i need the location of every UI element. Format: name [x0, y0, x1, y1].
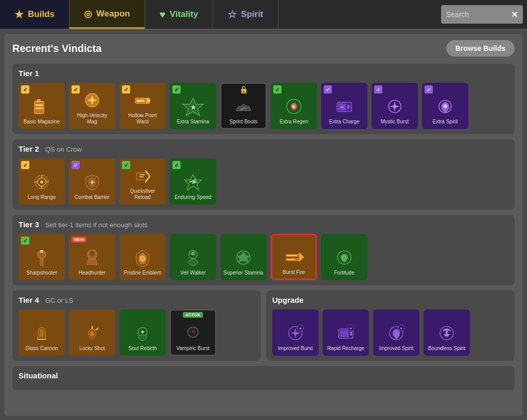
burst-fire-icon — [283, 246, 305, 268]
tier1-section: Tier 1 ✓ Basic Magazine ✓ — [12, 64, 515, 134]
soul-rebirth-icon: ✦ — [131, 322, 154, 344]
fortitude-icon — [333, 246, 356, 269]
item-combat-barrier[interactable]: ✓ ✦ Combat Barrier — [69, 158, 115, 205]
lucky-shot-icon — [81, 322, 103, 344]
svg-text:+: + — [341, 104, 344, 110]
item-glass-cannon[interactable]: Glass Cannon — [19, 309, 65, 356]
weapon-icon: ◎ — [84, 8, 92, 20]
item-improved-spirit[interactable]: ✦ Improved Spirit — [373, 309, 419, 356]
bottom-row: Tier 4 GC or LS Glass Cannon — [12, 290, 515, 361]
item-extra-spirit[interactable]: ✓ ⬟ Extra Spirit — [422, 83, 468, 129]
item-check: ✓ — [122, 85, 130, 94]
search-box[interactable]: ✕ — [441, 5, 523, 24]
item-name: Extra Spirit — [431, 119, 460, 125]
item-high-velocity-mag[interactable]: ✓ High-Velocity Mag — [69, 83, 115, 129]
search-input[interactable] — [446, 10, 508, 19]
tab-spirit-label: Spirit — [241, 9, 263, 20]
item-long-range[interactable]: ✓ Long Range — [19, 158, 65, 205]
item-name: Pristine Emblem — [122, 270, 164, 276]
lock-icon: 🔒 — [239, 85, 248, 94]
builds-icon: ★ — [14, 8, 24, 21]
item-check: ✓ — [21, 236, 29, 245]
item-extra-stamina[interactable]: ✓ ★ Extra Stamina — [170, 83, 216, 129]
tab-weapon-label: Weapon — [96, 9, 130, 19]
sprint-boots-icon — [232, 95, 255, 118]
tab-vitality[interactable]: ♥ Vitality — [145, 0, 213, 29]
item-name: Headhunter — [77, 270, 108, 276]
svg-rect-1 — [37, 99, 41, 102]
item-sharpshooter[interactable]: ✓ Sharpshooter — [19, 234, 65, 280]
mystic-burst-icon — [383, 95, 406, 118]
item-soul-rebirth[interactable]: ✦ Soul Rebirth — [119, 309, 166, 356]
pristine-emblem-icon — [131, 246, 154, 269]
vampiric-burst-icon: ✦ — [182, 322, 204, 344]
item-sprint-boots[interactable]: 🔒 Sprint Boots — [220, 83, 267, 129]
tier4-section: Tier 4 GC or LS Glass Cannon — [12, 290, 261, 361]
enduring-speed-icon — [182, 171, 204, 193]
svg-point-39 — [191, 251, 195, 255]
rapid-recharge-icon: ✦ — [335, 322, 357, 344]
veil-walker-icon — [182, 246, 204, 269]
tab-builds-label: Builds — [28, 9, 55, 20]
svg-text:✦: ✦ — [298, 326, 303, 331]
item-name: High-Velocity Mag — [70, 113, 114, 125]
item-extra-regen[interactable]: ✓ ♥ Extra Regen — [271, 83, 317, 129]
item-extra-charge[interactable]: ✓ + Extra Charge — [321, 83, 367, 129]
tier3-label: Tier 3 Sell tier-1 items if not enough s… — [19, 220, 508, 229]
item-burst-fire[interactable]: Burst Fire — [271, 234, 317, 280]
item-rapid-recharge[interactable]: ✦ Rapid Recharge — [323, 309, 369, 356]
situational-section: Situational — [12, 366, 515, 390]
item-boundless-spirit[interactable]: Boundless Spirit — [424, 309, 470, 356]
svg-rect-60 — [350, 332, 352, 336]
item-basic-magazine[interactable]: ✓ Basic Magazine — [19, 83, 65, 129]
item-lucky-shot[interactable]: Lucky Shot — [69, 309, 115, 356]
build-header: Recrent's Vindicta Browse Builds — [12, 40, 515, 57]
item-vampiric-burst[interactable]: ACTIVE ✦ Vampiric Burst — [170, 309, 216, 356]
svg-text:✦: ✦ — [399, 326, 403, 331]
improved-burst-icon: ✦ — [284, 322, 307, 344]
item-check: ✓ — [72, 161, 80, 169]
item-name: Mystic Burst — [379, 119, 411, 125]
item-veil-walker[interactable]: Veil Walker — [170, 234, 216, 280]
svg-rect-45 — [287, 255, 297, 256]
svg-rect-59 — [340, 330, 349, 337]
superior-stamina-icon — [232, 246, 255, 269]
item-hollow-point-ward[interactable]: ✓ Hollow Point Ward — [119, 83, 166, 129]
high-velocity-icon — [81, 89, 103, 112]
tier2-label: Tier 2 QS on Crow — [19, 144, 508, 153]
item-name: Veil Walker — [178, 270, 208, 276]
tab-spirit[interactable]: ☆ Spirit — [213, 0, 278, 29]
svg-text:✦: ✦ — [349, 326, 353, 331]
item-pristine-emblem[interactable]: Pristine Emblem — [119, 234, 166, 280]
item-mystic-burst[interactable]: ✓ Mystic Burst — [372, 83, 418, 129]
svg-rect-46 — [287, 259, 295, 260]
tier2-items-row: ✓ Long Range ✓ ✦ — [19, 158, 508, 205]
svg-marker-44 — [299, 252, 304, 262]
tab-builds[interactable]: ★ Builds — [0, 0, 69, 29]
item-check: ✓ — [425, 85, 433, 94]
item-name: Extra Charge — [327, 119, 362, 125]
upgrade-section: Upgrade ✦ Improved Burst — [266, 290, 515, 361]
glass-cannon-icon — [30, 322, 53, 344]
tier3-items-row: ✓ Sharpshooter NEW Headhunter — [19, 234, 508, 280]
hollow-point-icon — [131, 89, 154, 112]
item-enduring-speed[interactable]: ✓ Enduring Speed — [170, 158, 216, 205]
item-superior-stamina[interactable]: Superior Stamina — [220, 234, 267, 280]
item-check: ✓ — [172, 161, 181, 169]
item-check: ✓ — [21, 161, 29, 169]
item-check: ✓ — [324, 85, 332, 94]
upgrade-label: Upgrade — [272, 296, 508, 304]
item-headhunter[interactable]: NEW Headhunter — [69, 234, 115, 280]
browse-builds-button[interactable]: Browse Builds — [446, 40, 515, 57]
item-fortitude[interactable]: Fortitude — [321, 234, 367, 280]
item-name: Boundless Spirit — [426, 345, 467, 352]
item-badge-active: ACTIVE — [183, 312, 203, 318]
headhunter-icon — [81, 246, 103, 269]
combat-barrier-icon: ✦ — [81, 171, 103, 193]
search-close-icon[interactable]: ✕ — [511, 10, 518, 20]
tab-weapon[interactable]: ◎ Weapon — [69, 0, 145, 29]
svg-text:★: ★ — [190, 104, 196, 111]
svg-line-50 — [96, 328, 98, 330]
item-improved-burst[interactable]: ✦ Improved Burst — [272, 309, 319, 356]
item-quicksilver-reload[interactable]: ✓ Quicksilver Reload — [119, 158, 166, 205]
